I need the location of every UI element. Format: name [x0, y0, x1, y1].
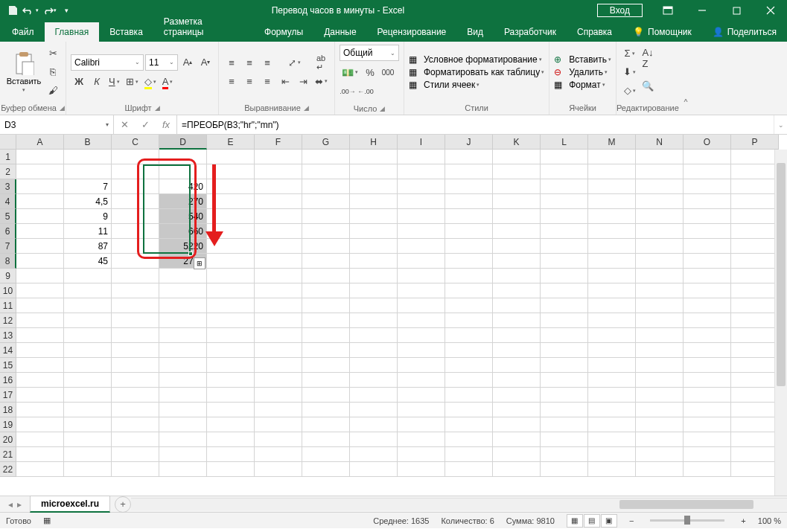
- row-header-10[interactable]: 10: [0, 283, 16, 298]
- cell-I21[interactable]: [398, 447, 445, 462]
- cell-B13[interactable]: [64, 328, 112, 343]
- view-page-layout-icon[interactable]: ▤: [584, 514, 600, 528]
- sheet-nav[interactable]: ◂▸: [0, 499, 30, 510]
- cell-N9[interactable]: [636, 269, 684, 283]
- cell-M4[interactable]: [588, 194, 636, 209]
- cell-G5[interactable]: [302, 209, 350, 224]
- cell-P3[interactable]: [731, 179, 779, 194]
- cell-J21[interactable]: [445, 447, 493, 462]
- cell-I11[interactable]: [398, 298, 445, 313]
- cell-B16[interactable]: [64, 373, 112, 388]
- row-header-2[interactable]: 2: [0, 164, 16, 179]
- cell-M18[interactable]: [588, 403, 636, 417]
- cell-J5[interactable]: [445, 209, 493, 224]
- font-dialog-icon[interactable]: ◢: [155, 104, 160, 112]
- cell-J12[interactable]: [445, 313, 493, 328]
- cell-L15[interactable]: [541, 358, 588, 373]
- cell-F19[interactable]: [255, 417, 302, 432]
- cell-K7[interactable]: [493, 239, 541, 254]
- cell-H14[interactable]: [350, 343, 398, 358]
- ribbon-display-icon[interactable]: [651, 0, 684, 21]
- format-painter-icon[interactable]: 🖌: [45, 83, 61, 99]
- cell-C12[interactable]: [112, 313, 159, 328]
- cell-K1[interactable]: [493, 150, 541, 164]
- cell-I3[interactable]: [398, 179, 445, 194]
- cell-N8[interactable]: [636, 254, 684, 269]
- cell-B10[interactable]: [64, 283, 112, 298]
- cell-C21[interactable]: [112, 447, 159, 462]
- accounting-icon[interactable]: 💵▾: [340, 64, 360, 80]
- decrease-indent-icon[interactable]: ⇤: [277, 73, 293, 89]
- borders-icon[interactable]: ⊞▾: [124, 74, 141, 90]
- cell-M19[interactable]: [588, 417, 636, 432]
- cell-L12[interactable]: [541, 313, 588, 328]
- cell-E8[interactable]: [207, 254, 255, 269]
- row-header-1[interactable]: 1: [0, 150, 16, 164]
- cell-M17[interactable]: [588, 388, 636, 403]
- cell-E18[interactable]: [207, 403, 255, 417]
- collapse-ribbon-icon[interactable]: ˄: [679, 42, 692, 115]
- cell-P12[interactable]: [731, 313, 779, 328]
- cell-P21[interactable]: [731, 447, 779, 462]
- autosum-icon[interactable]: Σ▾: [621, 45, 638, 62]
- cell-N22[interactable]: [636, 462, 684, 477]
- cell-H17[interactable]: [350, 388, 398, 403]
- cell-P14[interactable]: [731, 343, 779, 358]
- cell-E9[interactable]: [207, 269, 255, 283]
- name-box[interactable]: D3▾: [0, 115, 114, 134]
- tab-review[interactable]: Рецензирование: [367, 22, 457, 42]
- cell-C15[interactable]: [112, 358, 159, 373]
- cell-L11[interactable]: [541, 298, 588, 313]
- cell-D2[interactable]: [159, 164, 207, 179]
- cell-F2[interactable]: [255, 164, 302, 179]
- cell-F14[interactable]: [255, 343, 302, 358]
- minimize-icon[interactable]: [686, 0, 719, 21]
- row-header-15[interactable]: 15: [0, 358, 16, 373]
- cell-F16[interactable]: [255, 373, 302, 388]
- cell-E22[interactable]: [207, 462, 255, 477]
- row-header-22[interactable]: 22: [0, 462, 16, 477]
- cell-O9[interactable]: [684, 269, 731, 283]
- column-header-G[interactable]: G: [302, 135, 350, 150]
- cell-M20[interactable]: [588, 432, 636, 447]
- cell-J2[interactable]: [445, 164, 493, 179]
- cell-K8[interactable]: [493, 254, 541, 269]
- cell-I1[interactable]: [398, 150, 445, 164]
- find-select-icon[interactable]: 🔍: [640, 73, 656, 98]
- cell-D22[interactable]: [159, 462, 207, 477]
- cell-I17[interactable]: [398, 388, 445, 403]
- cell-N20[interactable]: [636, 432, 684, 447]
- cell-A6[interactable]: [16, 224, 64, 239]
- cell-A20[interactable]: [16, 432, 64, 447]
- column-header-H[interactable]: H: [350, 135, 398, 150]
- cell-F3[interactable]: [255, 179, 302, 194]
- cell-H21[interactable]: [350, 447, 398, 462]
- cell-P1[interactable]: [731, 150, 779, 164]
- share-button[interactable]: 👤Поделиться: [702, 22, 787, 42]
- cell-J4[interactable]: [445, 194, 493, 209]
- cell-E21[interactable]: [207, 447, 255, 462]
- cell-K9[interactable]: [493, 269, 541, 283]
- cell-B15[interactable]: [64, 358, 112, 373]
- cell-M1[interactable]: [588, 150, 636, 164]
- cell-H6[interactable]: [350, 224, 398, 239]
- cell-M16[interactable]: [588, 373, 636, 388]
- cell-K22[interactable]: [493, 462, 541, 477]
- cell-O20[interactable]: [684, 432, 731, 447]
- cell-O11[interactable]: [684, 298, 731, 313]
- cell-G8[interactable]: [302, 254, 350, 269]
- cell-C17[interactable]: [112, 388, 159, 403]
- cell-B20[interactable]: [64, 432, 112, 447]
- cell-C18[interactable]: [112, 403, 159, 417]
- maximize-icon[interactable]: [720, 0, 753, 21]
- cell-N19[interactable]: [636, 417, 684, 432]
- cell-H10[interactable]: [350, 283, 398, 298]
- cell-F7[interactable]: [255, 239, 302, 254]
- cell-M13[interactable]: [588, 328, 636, 343]
- cell-K14[interactable]: [493, 343, 541, 358]
- cell-K5[interactable]: [493, 209, 541, 224]
- cell-K12[interactable]: [493, 313, 541, 328]
- cell-G22[interactable]: [302, 462, 350, 477]
- cell-J10[interactable]: [445, 283, 493, 298]
- cell-G11[interactable]: [302, 298, 350, 313]
